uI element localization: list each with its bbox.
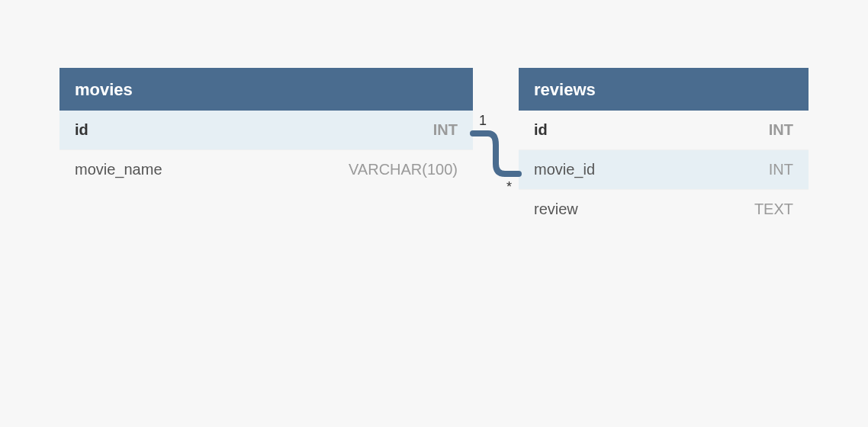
- table-reviews-row-review[interactable]: review TEXT: [519, 190, 809, 229]
- column-name: review: [534, 201, 578, 218]
- table-reviews-header: reviews: [519, 68, 809, 111]
- table-reviews-title: reviews: [534, 80, 596, 99]
- er-diagram-canvas: movies id INT movie_name VARCHAR(100) re…: [0, 0, 868, 427]
- column-type: INT: [769, 121, 793, 139]
- table-movies-title: movies: [75, 80, 133, 99]
- table-movies-row-movie-name[interactable]: movie_name VARCHAR(100): [59, 150, 473, 189]
- column-type: VARCHAR(100): [349, 161, 458, 178]
- table-reviews[interactable]: reviews id INT movie_id INT review TEXT: [519, 68, 809, 229]
- table-reviews-row-movie-id[interactable]: movie_id INT: [519, 150, 809, 190]
- column-type: INT: [769, 161, 793, 178]
- table-movies-header: movies: [59, 68, 473, 111]
- column-type: TEXT: [754, 201, 793, 218]
- column-name: movie_id: [534, 161, 595, 178]
- column-name: id: [75, 121, 88, 139]
- table-movies-row-id[interactable]: id INT: [59, 111, 473, 150]
- column-type: INT: [433, 121, 458, 139]
- table-reviews-row-id[interactable]: id INT: [519, 111, 809, 150]
- column-name: movie_name: [75, 161, 162, 178]
- column-name: id: [534, 121, 548, 139]
- cardinality-to-label: *: [506, 179, 512, 195]
- table-movies[interactable]: movies id INT movie_name VARCHAR(100): [59, 68, 473, 189]
- cardinality-from-label: 1: [479, 113, 487, 129]
